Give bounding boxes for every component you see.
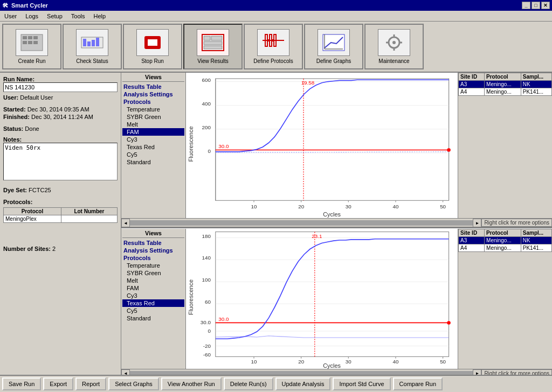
graph1-scroll-track[interactable]	[130, 220, 473, 226]
protocols-label: Protocols:	[3, 199, 118, 205]
graph1-temperature[interactable]: Temperature	[122, 106, 184, 113]
graph1-scroll-left[interactable]: ◄	[121, 219, 130, 227]
save-run-button[interactable]: Save Run	[2, 377, 41, 390]
finished-row: Finished: Dec 30, 2014 11:24 AM	[3, 114, 118, 120]
report-button[interactable]: Report	[75, 377, 106, 390]
compare-run-button[interactable]: Compare Run	[393, 377, 443, 390]
bottom-bar: Save Run Export Report Select Graphs Vie…	[0, 375, 552, 392]
define-graphs-button[interactable]: Define Graphs	[304, 24, 363, 69]
delete-runs-button[interactable]: Delete Run(s)	[224, 377, 273, 390]
check-status-label: Check Status	[76, 58, 108, 64]
graph1-texas-red[interactable]: Texas Red	[122, 143, 184, 151]
maintenance-button[interactable]: Maintenance	[364, 24, 424, 69]
define-protocols-icon	[257, 29, 289, 56]
g1-row-2[interactable]: A4 Meningo... PK141...	[459, 88, 552, 96]
graph1-fam[interactable]: FAM	[122, 128, 184, 136]
g2-row-1[interactable]: A3 Meningo... NK	[459, 237, 552, 244]
svg-text:30.0: 30.0	[218, 143, 229, 149]
graph2-texas-red[interactable]: Texas Red	[122, 299, 184, 307]
graph2-protocols-header[interactable]: Protocols	[122, 254, 184, 262]
update-analysis-button[interactable]: Update Analysis	[275, 377, 331, 390]
svg-rect-6	[33, 41, 38, 44]
g2-site-1: A3	[459, 237, 485, 244]
protocol-name: MeningoPlex	[4, 215, 61, 223]
status-row: Status: Done	[3, 125, 118, 132]
check-status-button[interactable]: Check Status	[63, 24, 122, 69]
run-name-label: Run Name:	[3, 76, 34, 82]
graph2-scroll-left[interactable]: ◄	[121, 369, 130, 375]
g2-row-2[interactable]: A4 Meningo... PK141...	[459, 244, 552, 252]
minimize-button[interactable]: _	[522, 2, 530, 9]
graph2-scroll-right[interactable]: ►	[473, 369, 481, 375]
check-status-icon	[76, 29, 108, 56]
graph2-melt[interactable]: Melt	[122, 277, 184, 284]
svg-point-91	[447, 321, 451, 325]
graph1-analysis-settings[interactable]: Analysis Settings	[122, 90, 184, 98]
svg-rect-4	[23, 41, 27, 44]
graph1-panel: Views Results Table Analysis Settings Pr…	[121, 73, 552, 228]
notes-input[interactable]: Viden 50rx	[3, 143, 118, 180]
graph1-standard[interactable]: Standard	[122, 158, 184, 166]
graph2-scroll-track[interactable]	[130, 371, 473, 375]
svg-text:30: 30	[346, 204, 351, 209]
svg-rect-30	[216, 79, 449, 200]
export-button[interactable]: Export	[43, 377, 73, 390]
g1-site-1: A3	[459, 81, 485, 88]
create-run-button[interactable]: Create Run	[2, 24, 61, 69]
window-controls[interactable]: _ □ ✕	[522, 2, 550, 9]
graph1-results-table[interactable]: Results Table	[122, 83, 184, 90]
maintenance-label: Maintenance	[378, 58, 409, 64]
close-button[interactable]: ✕	[541, 2, 550, 9]
g1-sample-header: Sampl...	[521, 73, 551, 81]
import-std-curve-button[interactable]: Import Std Curve	[333, 377, 390, 390]
graph1-protocols-header[interactable]: Protocols	[122, 98, 184, 106]
svg-text:Fluorescence: Fluorescence	[188, 126, 194, 162]
menu-setup[interactable]: Setup	[45, 12, 65, 20]
num-sites-value: 2	[52, 246, 56, 252]
svg-text:23.1: 23.1	[312, 233, 322, 239]
user-row: User: Default User	[3, 94, 118, 101]
graph2-site-table: Site ID Protocol Sampl... A3 Meningo... …	[458, 229, 552, 252]
menu-logs[interactable]: Logs	[23, 12, 40, 20]
graph2-fam[interactable]: FAM	[122, 284, 184, 292]
g2-sample-1: NK	[521, 237, 551, 244]
g1-sample-1: NK	[521, 81, 551, 88]
graph2-temperature[interactable]: Temperature	[122, 262, 184, 269]
graph2-sybr-green[interactable]: SYBR Green	[122, 269, 184, 277]
maintenance-icon	[378, 29, 410, 56]
g1-site-id-header: Site ID	[459, 73, 485, 81]
notes-label: Notes:	[3, 136, 118, 143]
graph1-cy5[interactable]: Cy5	[122, 151, 184, 158]
define-protocols-button[interactable]: Define Protocols	[244, 24, 303, 69]
menu-user[interactable]: User	[2, 12, 19, 20]
finished-value: Dec 30, 2014 11:24 AM	[31, 114, 93, 120]
svg-text:10: 10	[251, 204, 257, 209]
menu-tools[interactable]: Tools	[69, 12, 87, 20]
graph2-cy3[interactable]: Cy3	[122, 292, 184, 299]
left-panel: Run Name: NS 141230 User: Default User S…	[0, 73, 121, 375]
graph1-melt[interactable]: Melt	[122, 121, 184, 128]
dye-set-label: Dye Set:	[3, 187, 27, 193]
view-another-run-button[interactable]: View Another Run	[161, 377, 222, 390]
graph2-scrollbar: ◄ ► Right click for more options	[121, 369, 552, 375]
svg-text:140: 140	[202, 255, 211, 261]
view-results-button[interactable]: View Results	[183, 24, 243, 69]
graph1-cy3[interactable]: Cy3	[122, 136, 184, 143]
graph1-scroll-right[interactable]: ►	[473, 219, 481, 227]
graph2-results-table[interactable]: Results Table	[122, 239, 184, 247]
stop-run-button[interactable]: Stop Run	[123, 24, 182, 69]
svg-text:30.0: 30.0	[201, 319, 211, 325]
svg-rect-18	[204, 46, 222, 49]
graph2-standard[interactable]: Standard	[122, 314, 184, 322]
menu-help[interactable]: Help	[92, 12, 108, 20]
select-graphs-button[interactable]: Select Graphs	[108, 377, 159, 390]
g1-row-1[interactable]: A3 Meningo... NK	[459, 81, 552, 88]
maximize-button[interactable]: □	[532, 2, 540, 9]
app-title: Smart Cycler	[11, 2, 522, 9]
graph1-sybr-green[interactable]: SYBR Green	[122, 113, 184, 121]
svg-rect-13	[148, 39, 157, 46]
graph2-cy5[interactable]: Cy5	[122, 307, 184, 314]
finished-label: Finished:	[3, 114, 30, 120]
graph2-analysis-settings[interactable]: Analysis Settings	[122, 247, 184, 254]
run-name-input[interactable]: NS 141230	[3, 82, 118, 92]
